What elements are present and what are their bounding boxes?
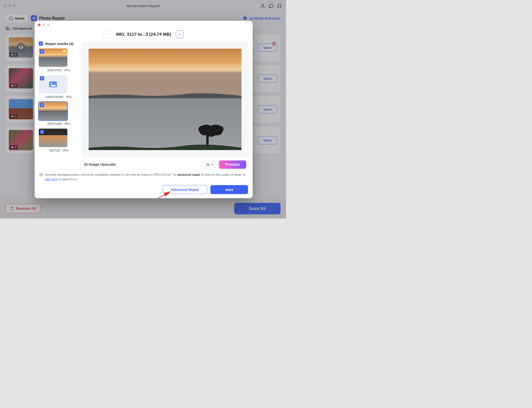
result-caption: 1620*1080 · JPG (39, 122, 78, 125)
result-item[interactable]: 23552*59395 · JPG (39, 75, 78, 99)
upscaler-label: AI Image Upscaler (84, 162, 116, 167)
svg-point-18 (51, 83, 52, 84)
modal-header: IMG_3117-lo...3 (24.74 MB) (35, 29, 253, 42)
modal-body: Repair results (4) AI 3240*2152 · JPG 23… (35, 42, 253, 170)
modal-footer: Advanced Repair Save (35, 183, 253, 198)
result-caption: 3240*2152 · JPG (39, 68, 78, 72)
main-window: Wondershare Repairit Home Photo Repair A… (0, 0, 286, 219)
result-thumbnail[interactable] (39, 75, 67, 94)
modal-titlebar (35, 21, 253, 29)
results-header: Repair results (4) (39, 42, 78, 46)
preview-image (89, 49, 242, 150)
modal-traffic-lights[interactable] (38, 24, 50, 26)
prev-button[interactable] (104, 30, 111, 38)
info-note: i Severely damaged photos cannot be comp… (35, 170, 253, 183)
ai-badge: AI (62, 49, 66, 53)
report-link[interactable]: click here (45, 178, 57, 181)
results-panel: Repair results (4) AI 3240*2152 · JPG 23… (39, 42, 78, 170)
result-caption: 160*120 · JPG (39, 149, 78, 152)
preview-panel: AI Image Upscaler 2x Process (82, 42, 248, 170)
result-thumbnail[interactable]: AI (39, 48, 67, 67)
result-caption: 23552*59395 · JPG (39, 95, 78, 99)
result-item[interactable]: AI 3240*2152 · JPG (39, 48, 78, 72)
file-title: IMG_3117-lo...3 (24.74 MB) (116, 32, 171, 37)
result-checkbox[interactable] (40, 50, 44, 54)
info-text: Severely damaged photos cannot be comple… (45, 172, 248, 181)
process-button[interactable]: Process (219, 161, 246, 169)
info-icon: i (39, 173, 43, 177)
minimize-icon (43, 24, 45, 26)
result-thumbnail[interactable] (39, 102, 67, 120)
repair-results-modal: IMG_3117-lo...3 (24.74 MB) Repair result… (35, 21, 253, 198)
chevron-left-icon (106, 33, 109, 36)
result-item[interactable]: 160*120 · JPG (39, 129, 78, 152)
result-thumbnail[interactable] (39, 129, 67, 147)
svg-rect-20 (89, 49, 242, 99)
svg-rect-21 (89, 98, 242, 150)
result-item[interactable]: 1620*1080 · JPG (39, 102, 78, 125)
preview-wrap (82, 42, 248, 157)
chevron-right-icon (178, 33, 181, 36)
modal-save-button[interactable]: Save (210, 185, 248, 194)
select-all-checkbox[interactable] (39, 42, 43, 46)
result-checkbox[interactable] (40, 103, 44, 107)
next-button[interactable] (176, 30, 184, 38)
image-placeholder-icon (39, 75, 67, 94)
upscaler-row: AI Image Upscaler 2x Process (82, 157, 248, 170)
maximize-icon (47, 24, 50, 26)
advanced-repair-button[interactable]: Advanced Repair (163, 185, 207, 194)
close-icon[interactable] (38, 24, 41, 26)
result-checkbox[interactable] (40, 130, 44, 134)
upscaler-select[interactable]: 2x (202, 161, 216, 168)
results-header-label: Repair results (4) (45, 42, 74, 46)
